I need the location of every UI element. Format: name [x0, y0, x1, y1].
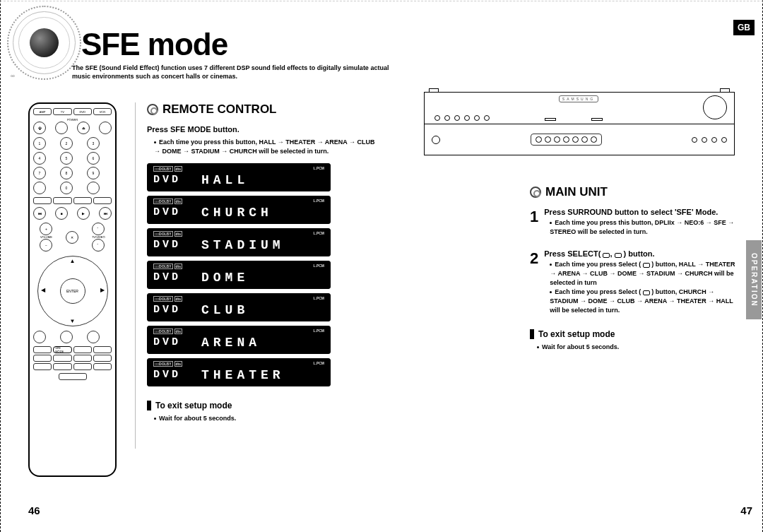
lcd-text: CLUB	[201, 302, 324, 319]
trim-left	[0, 0, 1, 532]
s2-prefix: Press	[544, 249, 567, 258]
step-1: 1 Press SURROUND button to select 'SFE' …	[530, 208, 742, 237]
lcd-theater: □□DOLBYdtsL.PCM DVDTHEATER	[147, 358, 331, 386]
remote-exit-heading: To exit setup mode	[147, 401, 380, 410]
bullet-icon	[530, 187, 541, 198]
main-unit-illustration: SAMSUNG	[424, 92, 735, 177]
s2-key: SELECT	[567, 249, 598, 258]
step-2: 2 Press SELECT( ˅, ˄ ) button. Each time…	[530, 249, 742, 315]
lcd-text: STADIUM	[201, 237, 324, 254]
remote-num-8: 8	[60, 167, 73, 179]
dpad-up-icon: ▲	[70, 258, 76, 264]
s1-suffix: button to select 'SFE' Mode.	[613, 208, 718, 216]
remote-illustration-column: AMP TV DVD VCR POWER ⏻ ⏏ 1 2 3 4 5 6 7 8	[28, 102, 120, 477]
column-divider	[135, 102, 136, 449]
lcd-prefix: DVD	[153, 172, 194, 189]
remote-bullet: Each time you press this button, HALL → …	[154, 138, 380, 156]
language-badge: GB	[733, 20, 755, 35]
remote-btn-vcr: VCR	[93, 108, 112, 115]
remote-exit-note: Wait for about 5 seconds.	[154, 415, 380, 422]
lcd-church: □□DOLBYdtsL.PCM DVDCHURCH	[147, 196, 331, 224]
remote-btn-tv: TV	[53, 108, 71, 115]
remote-btn-row3-c	[73, 363, 92, 370]
display-stack: □□DOLBYdtsL.PCM DVDHALL □□DOLBYdtsL.PCM …	[147, 163, 380, 386]
s2b1-prefix: Each time you press Select (	[555, 261, 643, 268]
lcd-text: DOME	[201, 269, 324, 286]
dpad-right-icon: ▶	[100, 287, 105, 293]
s2-suffix: ) button.	[622, 249, 655, 258]
dpad-down-icon: ▼	[70, 318, 76, 324]
page-number-left: 46	[28, 504, 40, 516]
lcd-text: THEATER	[201, 367, 324, 384]
remote-btn-sfe-mode: SFE MODE	[53, 346, 71, 353]
page-number-right: 47	[740, 504, 752, 516]
remote-btn-memory	[87, 331, 100, 343]
step-number: 2	[530, 249, 538, 315]
manual-spread: GB ∞ SFE mode The SFE (Sound Field Effec…	[0, 0, 763, 532]
remote-num-5: 5	[60, 152, 73, 165]
lpcm-label: L.PCM	[313, 361, 324, 367]
unit-brand-label: SAMSUNG	[559, 95, 598, 102]
remote-btn-row2-c	[73, 355, 92, 362]
instr-suffix: button.	[211, 125, 239, 134]
bullet-dot-icon	[550, 222, 552, 224]
lpcm-label: L.PCM	[313, 264, 324, 269]
remote-btn-stop: ■	[55, 207, 68, 220]
remote-num-2: 2	[60, 137, 73, 150]
chevron-up-icon: ˄	[643, 263, 650, 268]
remote-vol-up: +	[40, 223, 52, 235]
page-title: SFE mode	[81, 27, 227, 62]
bullet-dot-icon	[550, 291, 552, 293]
remote-illustration: AMP TV DVD VCR POWER ⏻ ⏏ 1 2 3 4 5 6 7 8	[28, 102, 117, 477]
remote-btn-row2-b	[53, 355, 71, 362]
remote-btn-b	[53, 197, 71, 204]
chevron-down-icon: ˅	[643, 290, 650, 295]
chevron-down-icon: ˅	[603, 253, 610, 258]
remote-bullet-text: Each time you press this button, HALL → …	[154, 138, 375, 155]
step2-body-down: Each time you press Select ( ˅ ) button,…	[550, 288, 742, 315]
remote-btn-row1-d	[93, 346, 112, 353]
s1-key: SURROUND	[567, 208, 613, 216]
remote-num-1: 1	[33, 137, 46, 150]
lcd-prefix: DVD	[153, 367, 194, 384]
remote-num-mode	[87, 182, 100, 194]
remote-source-row: AMP TV DVD VCR	[33, 108, 112, 115]
remote-btn-d	[93, 197, 112, 204]
remote-btn-dvd: DVD	[73, 108, 92, 115]
remote-btn-c	[73, 197, 92, 204]
mainunit-exit-heading: To exit setup mode	[530, 329, 742, 339]
unit-jack-2	[702, 137, 707, 143]
unit-bottom-panel	[424, 124, 735, 155]
step2-heading: Press SELECT( ˅, ˄ ) button.	[544, 249, 742, 258]
page-subtitle: The SFE (Sound Field Effect) function us…	[72, 64, 404, 81]
instr-prefix: Press	[147, 125, 170, 134]
remote-exit-note-text: Wait for about 5 seconds.	[159, 415, 236, 422]
main-unit-section: MAIN UNIT 1 Press SURROUND button to sel…	[530, 185, 742, 350]
remote-btn-play: ▶	[77, 207, 90, 220]
lcd-text: ARENA	[201, 334, 324, 351]
unit-volume-knob	[703, 95, 727, 119]
bullet-icon	[147, 104, 158, 115]
remote-num-7: 7	[33, 167, 46, 179]
remote-btn-open: ⏏	[77, 122, 90, 134]
remote-instruction: Press SFE MODE button.	[147, 125, 380, 134]
main-unit-heading: MAIN UNIT	[530, 185, 742, 199]
remote-btn-prev: ⏮	[33, 207, 46, 220]
unit-center-controls	[531, 134, 602, 146]
remote-btn-row1-a	[33, 346, 52, 353]
remote-btn-a	[33, 197, 52, 204]
s1-prefix: Press	[544, 208, 567, 216]
remote-btn-row3-a	[33, 363, 52, 370]
remote-num-0: 0	[60, 182, 73, 194]
remote-btn-tx	[59, 373, 87, 380]
lcd-prefix: DVD	[153, 204, 194, 221]
remote-btn-row2-a	[33, 355, 52, 362]
lcd-prefix: DVD	[153, 237, 194, 254]
remote-btn-amp: AMP	[33, 108, 52, 115]
lcd-stadium: □□DOLBYdtsL.PCM DVDSTADIUM	[147, 228, 331, 256]
remote-heading-text: REMOTE CONTROL	[162, 102, 277, 117]
remote-btn-exit	[60, 331, 73, 343]
remote-num-4: 4	[33, 152, 46, 165]
step-number: 1	[530, 208, 538, 237]
remote-btn-mute: ✕	[66, 231, 78, 244]
